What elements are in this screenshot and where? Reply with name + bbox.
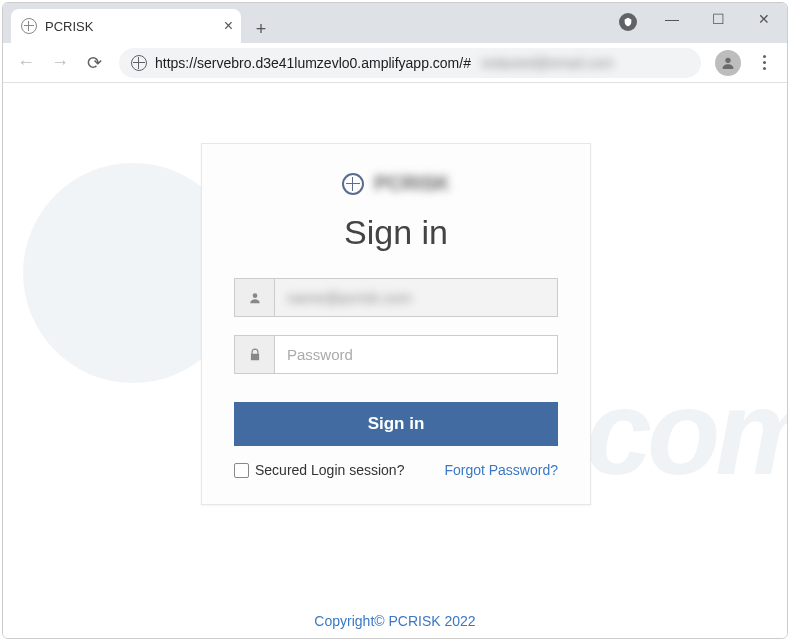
secured-session-label: Secured Login session?	[255, 462, 404, 478]
signin-heading: Sign in	[234, 213, 558, 252]
tab-title: PCRISK	[45, 19, 93, 34]
extension-icon[interactable]	[619, 13, 637, 31]
globe-icon	[21, 18, 37, 34]
close-window-button[interactable]: ✕	[741, 3, 787, 35]
svg-point-1	[252, 293, 257, 298]
forward-button[interactable]: →	[45, 48, 75, 78]
login-footer: Secured Login session? Forgot Password?	[234, 462, 558, 478]
browser-menu-button[interactable]	[749, 48, 779, 78]
new-tab-button[interactable]: +	[247, 15, 275, 43]
site-info-icon[interactable]	[131, 55, 147, 71]
copyright-text: Copyright© PCRISK 2022	[3, 613, 787, 629]
email-field[interactable]: name@pcrisk.com	[275, 279, 557, 316]
browser-toolbar: ← → ⟳ https://servebro.d3e41lumzevlo0.am…	[3, 43, 787, 83]
page-content: risk.com PCRISK Sign in name@pcrisk.com …	[3, 83, 787, 638]
reload-button[interactable]: ⟳	[79, 48, 109, 78]
forgot-password-link[interactable]: Forgot Password?	[444, 462, 558, 478]
svg-point-0	[725, 57, 730, 62]
login-card: PCRISK Sign in name@pcrisk.com Sign in	[201, 143, 591, 505]
close-tab-icon[interactable]: ×	[224, 17, 233, 35]
checkbox-icon	[234, 463, 249, 478]
signin-button[interactable]: Sign in	[234, 402, 558, 446]
email-input-group: name@pcrisk.com	[234, 278, 558, 317]
back-button[interactable]: ←	[11, 48, 41, 78]
password-field[interactable]	[275, 336, 557, 373]
secured-session-checkbox[interactable]: Secured Login session?	[234, 462, 404, 478]
brand-name-blurred: PCRISK	[374, 172, 450, 195]
password-input-group	[234, 335, 558, 374]
globe-icon	[342, 173, 364, 195]
user-icon	[235, 279, 275, 316]
maximize-button[interactable]: ☐	[695, 3, 741, 35]
minimize-button[interactable]: —	[649, 3, 695, 35]
browser-window: — ☐ ✕ PCRISK × + ← → ⟳ https://servebro.…	[2, 2, 788, 639]
address-bar[interactable]: https://servebro.d3e41lumzevlo0.amplifya…	[119, 48, 701, 78]
url-blurred-fragment: redacted@email.com	[481, 55, 614, 71]
window-controls: — ☐ ✕	[649, 3, 787, 35]
lock-icon	[235, 336, 275, 373]
url-text: https://servebro.d3e41lumzevlo0.amplifya…	[155, 55, 471, 71]
profile-avatar[interactable]	[715, 50, 741, 76]
brand-row: PCRISK	[234, 172, 558, 195]
browser-tab[interactable]: PCRISK ×	[11, 9, 241, 43]
